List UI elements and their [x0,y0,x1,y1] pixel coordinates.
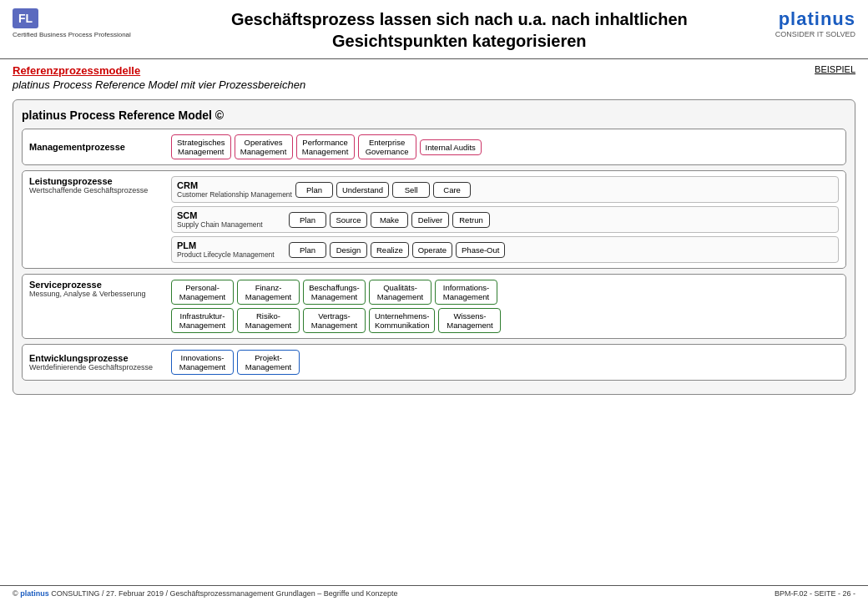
btn-svc-personal[interactable]: Personal-Management [171,280,234,305]
service-row2: Infrastruktur-Management Risiko-Manageme… [171,308,839,333]
logo-initials: FL [13,8,38,28]
entwicklung-label: Entwicklungsprozesse Wertdefinierende Ge… [29,353,171,371]
main-content: platinus Process Reference Model © Manag… [0,94,868,400]
btn-svc-beschaffungs[interactable]: Beschaffungs-Management [303,280,366,305]
btn-plm-phaseout[interactable]: Phase-Out [456,242,505,258]
btn-crm-understand[interactable]: Understand [336,182,389,198]
subtitle-rest: mit vier Prozessbereichen [178,78,305,91]
btn-enterprise-governance[interactable]: EnterpriseGovernance [358,134,416,159]
btn-strategisches-management[interactable]: StrategischesManagement [171,134,231,159]
plm-btns: Plan Design Realize Operate Phase-Out [289,242,505,258]
footer-platinus: platinus [20,589,49,598]
subtitle-desc: platinus Process Reference Model mit vie… [13,78,305,91]
btn-scm-plan[interactable]: Plan [289,212,326,228]
btn-plm-operate[interactable]: Operate [412,242,452,258]
header: FL Certified Business Process Profession… [0,0,868,59]
management-items: StrategischesManagement OperativesManage… [171,134,839,159]
brand-sub: CONSIDER IT SOLVED [775,30,855,38]
leistung-row: Leistungsprozesse Wertschaffende Geschäf… [22,170,846,269]
scm-desc: Supply Chain Management [177,220,285,229]
btn-svc-informations[interactable]: Informations-Management [435,280,497,305]
entwicklung-row: Entwicklungsprozesse Wertdefinierende Ge… [22,344,846,381]
crm-name: CRM [177,180,292,190]
footer-left: © platinus CONSULTING / 27. Februar 2019… [13,589,398,598]
service-label-sub: Messung, Analyse & Verbesserung [29,290,171,298]
scm-btns: Plan Source Make Deliver Retrun [289,212,490,228]
plm-name: PLM [177,240,285,250]
subtitle-bar: Referenzprozessmodelle platinus Process … [0,59,868,94]
btn-scm-retrun[interactable]: Retrun [452,212,490,228]
crm-sub: CRM Customer Relationship Management Pla… [171,176,839,203]
page-title: Geschäftsprozess lassen sich nach u.a. n… [144,8,775,52]
reference-model-box: platinus Process Reference Model © Manag… [13,99,855,395]
logo-subtitle: Certified Business Process Professional [13,31,131,39]
brand-name: platinus [775,8,855,30]
entwicklung-items: Innovations-Management Projekt-Managemen… [171,350,839,375]
management-label: Managementprozesse [29,142,171,152]
entwicklung-label-main: Entwicklungsprozesse [29,353,171,363]
btn-scm-deliver[interactable]: Deliver [411,212,449,228]
management-row: Managementprozesse StrategischesManageme… [22,129,846,165]
footer-right: BPM-F.02 - SEITE - 26 - [775,589,855,598]
plm-desc: Product Lifecycle Management [177,250,285,259]
ref-label: Referenzprozessmodelle [13,64,305,77]
leistung-label: Leistungsprozesse Wertschaffende Geschäf… [29,176,171,194]
crm-btns: Plan Understand Sell Care [295,182,471,198]
entwicklung-label-sub: Wertdefinierende Geschäftsprozesse [29,363,171,371]
scm-name: SCM [177,210,285,220]
btn-dev-innovations[interactable]: Innovations-Management [171,350,234,375]
btn-svc-infrastruktur[interactable]: Infrastruktur-Management [171,308,234,333]
btn-svc-wissens[interactable]: Wissens-Management [438,308,501,333]
btn-plm-realize[interactable]: Realize [371,242,409,258]
btn-svc-qualitaets[interactable]: Qualitäts-Management [369,280,431,305]
beispiel-label: BEISPIEL [815,64,855,74]
btn-crm-care[interactable]: Care [433,182,471,198]
subtitle-left: Referenzprozessmodelle platinus Process … [13,64,305,91]
header-title: Geschäftsprozess lassen sich nach u.a. n… [144,8,775,52]
service-label-main: Serviceprozesse [29,280,171,290]
btn-svc-finanz[interactable]: Finanz-Management [237,280,300,305]
plm-sub: PLM Product Lifecycle Management Plan De… [171,236,839,263]
btn-scm-source[interactable]: Source [330,212,367,228]
footer: © platinus CONSULTING / 27. Februar 2019… [0,585,868,601]
leistung-label-sub: Wertschaffende Geschäftsprozesse [29,186,171,194]
footer-text: CONSULTING / 27. Februar 2019 / Geschäft… [51,589,397,598]
scm-sub: SCM Supply Chain Management Plan Source … [171,206,839,233]
brand-area: platinus CONSIDER IT SOLVED [775,8,855,38]
btn-dev-projekt[interactable]: Projekt-Management [237,350,300,375]
service-row1: Personal-Management Finanz-Management Be… [171,280,839,305]
btn-crm-sell[interactable]: Sell [392,182,430,198]
btn-svc-risiko[interactable]: Risiko-Management [237,308,300,333]
service-grid: Personal-Management Finanz-Management Be… [171,280,839,333]
btn-crm-plan[interactable]: Plan [295,182,333,198]
plm-label: PLM Product Lifecycle Management [177,240,285,259]
btn-plm-plan[interactable]: Plan [289,242,326,258]
leistung-label-main: Leistungsprozesse [29,176,171,186]
btn-performance-management[interactable]: PerformanceManagement [296,134,355,159]
btn-internal-audits[interactable]: Internal Audits [420,139,482,155]
service-row: Serviceprozesse Messung, Analyse & Verbe… [22,274,846,339]
scm-label: SCM Supply Chain Management [177,210,285,229]
crm-desc: Customer Relationship Management [177,190,292,199]
btn-svc-unternehmens[interactable]: Unternehmens-Kommunikation [369,308,435,333]
btn-svc-vertrags[interactable]: Vertrags-Management [303,308,366,333]
btn-operatives-management[interactable]: OperativesManagement [235,134,293,159]
leistung-content: CRM Customer Relationship Management Pla… [171,176,839,263]
management-label-main: Managementprozesse [29,142,171,152]
btn-plm-design[interactable]: Design [330,242,367,258]
logo-area: FL Certified Business Process Profession… [13,8,131,39]
subtitle-italic: platinus Process Reference Model [13,78,178,91]
model-title: platinus Process Reference Model © [22,109,846,122]
btn-scm-make[interactable]: Make [371,212,408,228]
crm-label: CRM Customer Relationship Management [177,180,292,199]
service-label: Serviceprozesse Messung, Analyse & Verbe… [29,280,171,298]
